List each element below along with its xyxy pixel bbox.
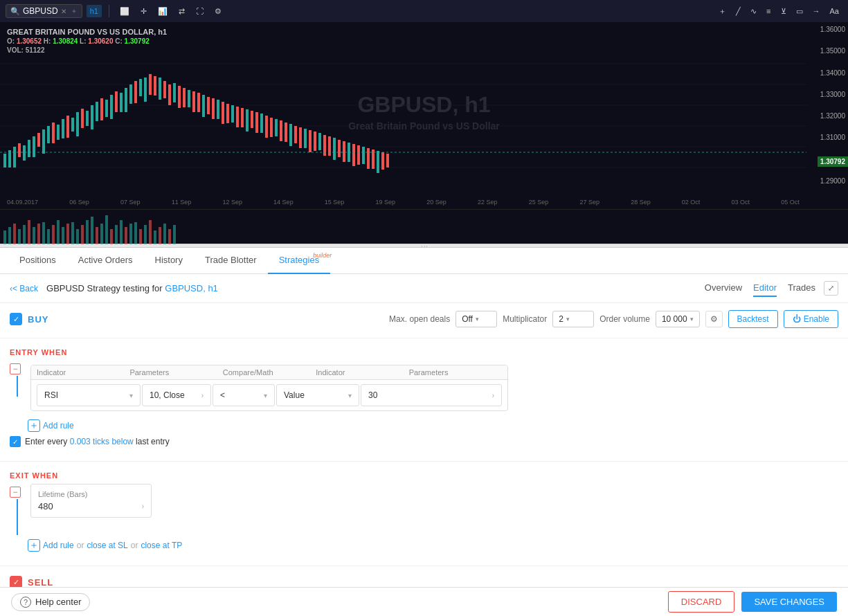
svg-rect-83 — [377, 151, 379, 173]
svg-rect-81 — [367, 148, 370, 169]
svg-rect-28 — [110, 95, 113, 119]
svg-rect-49 — [212, 98, 215, 119]
settings-gear-btn[interactable]: ⚙ — [211, 5, 225, 18]
svg-rect-96 — [47, 229, 50, 244]
svg-rect-73 — [328, 136, 331, 156]
svg-rect-67 — [299, 127, 302, 148]
tab-history[interactable]: History — [144, 248, 194, 274]
svg-rect-12 — [33, 136, 35, 157]
lifetime-value-row: 480 › — [38, 501, 144, 511]
timeframe-btn[interactable]: h1 — [87, 5, 102, 17]
fullscreen-btn[interactable]: ⛶ — [192, 5, 207, 17]
add-icon[interactable]: ＋ — [71, 6, 78, 16]
chart-area: GREAT BRITAIN POUND VS US DOLLAR, h1 O: … — [0, 22, 848, 209]
svg-rect-101 — [71, 222, 74, 244]
svg-rect-98 — [57, 220, 60, 244]
tab-strategies[interactable]: Strategies builder — [268, 248, 331, 274]
help-icon: ? — [20, 597, 31, 608]
svg-rect-100 — [66, 224, 69, 244]
tab-trades[interactable]: Trades — [788, 280, 815, 297]
order-volume-select[interactable]: 10 000 ▾ — [656, 311, 700, 327]
buy-indicator-table: Indicator Parameters Compare/Math Indica… — [30, 365, 508, 411]
svg-rect-63 — [280, 120, 282, 141]
backtest-button[interactable]: Backtest — [728, 310, 778, 328]
svg-rect-107 — [100, 224, 103, 244]
order-volume-label: Order volume — [599, 314, 650, 324]
arrow-tool-btn[interactable]: → — [809, 5, 824, 17]
close-at-tp-link[interactable]: close at TP — [141, 541, 182, 550]
multiplicator-select[interactable]: 2 ▾ — [552, 311, 594, 327]
tab-trade-blotter[interactable]: Trade Blotter — [194, 248, 268, 274]
svg-rect-65 — [289, 124, 292, 146]
search-box[interactable]: 🔍 GBPUSD ✕ ＋ — [6, 4, 82, 18]
crosshair-btn[interactable]: ✛ — [137, 5, 150, 18]
close-icon[interactable]: ✕ — [61, 8, 66, 15]
lifetime-box: Lifetime (Bars) 480 › — [30, 484, 152, 518]
svg-rect-118 — [154, 230, 156, 244]
buy-indicator-select[interactable]: RSI ▾ — [37, 384, 141, 406]
svg-rect-55 — [241, 108, 244, 127]
svg-rect-121 — [168, 229, 171, 244]
close-at-sl-link[interactable]: close at SL — [87, 541, 127, 550]
exit-rule-remove-btn[interactable]: − — [10, 487, 21, 498]
svg-rect-57 — [251, 111, 253, 128]
back-button[interactable]: ‹ < Back — [10, 284, 38, 293]
save-changes-button[interactable]: SAVE CHANGES — [741, 592, 837, 612]
max-deals-select[interactable]: Off ▾ — [455, 311, 497, 327]
buy-params-select[interactable]: 10, Close › — [142, 384, 211, 406]
compare-btn[interactable]: ⇄ — [175, 5, 188, 18]
svg-rect-42 — [178, 86, 181, 108]
buy-rule-row: RSI ▾ 10, Close › < ▾ Value ▾ — [31, 380, 507, 410]
buy-indicator2-select[interactable]: Value ▾ — [276, 384, 359, 406]
new-tab-btn[interactable]: ⬜ — [116, 5, 133, 18]
buy-params2-select[interactable]: 30 › — [361, 384, 502, 406]
svg-rect-56 — [246, 109, 249, 132]
tab-active-orders[interactable]: Active Orders — [67, 248, 144, 274]
exit-section: EXIT WHEN − Lifetime (Bars) 480 › ＋ Add … — [0, 464, 848, 563]
svg-rect-80 — [362, 147, 365, 164]
buy-rule-remove-btn[interactable]: − — [10, 363, 21, 374]
help-center-button[interactable]: ? Help center — [11, 593, 90, 611]
svg-rect-36 — [149, 74, 152, 95]
buy-compare-select[interactable]: < ▾ — [213, 384, 275, 406]
strategy-title: GBPUSD Strategy testing for GBPUSD, h1 — [46, 283, 705, 293]
svg-rect-47 — [202, 95, 205, 117]
plus-tool-btn[interactable]: ＋ — [715, 4, 730, 19]
svg-rect-53 — [231, 105, 234, 123]
max-open-deals-label: Max. open deals — [389, 314, 450, 324]
col-header-params1: Parameters — [129, 368, 222, 377]
tab-editor[interactable]: Editor — [753, 280, 777, 297]
params-arrow: › — [201, 392, 204, 399]
lifetime-expand-icon[interactable]: › — [142, 502, 144, 510]
rectangle-tool-btn[interactable]: ▭ — [793, 5, 806, 18]
svg-rect-7 — [8, 150, 11, 167]
expand-button[interactable]: ⤢ — [824, 281, 838, 296]
buy-checkbox[interactable]: ✓ — [10, 313, 22, 325]
settings-btn[interactable]: ⚙ — [705, 311, 723, 327]
wave-tool-btn[interactable]: ⊻ — [777, 5, 790, 18]
svg-rect-84 — [381, 152, 384, 170]
chart-type-btn[interactable]: 📊 — [154, 5, 171, 18]
buy-entry-label: ENTRY WHEN — [10, 348, 838, 356]
enable-button[interactable]: ⏻ Enable — [784, 310, 838, 328]
buy-add-rule-button[interactable]: ＋ Add rule — [28, 419, 74, 432]
horizontal-tool-btn[interactable]: ≡ — [763, 5, 774, 17]
tab-positions[interactable]: Positions — [8, 248, 67, 274]
svg-rect-14 — [42, 129, 45, 154]
svg-rect-75 — [338, 140, 341, 157]
exit-add-rule-button[interactable]: ＋ Add rule — [28, 539, 74, 552]
svg-rect-112 — [125, 227, 127, 244]
sell-checkbox[interactable]: ✓ — [10, 576, 22, 587]
svg-rect-76 — [343, 141, 345, 162]
svg-rect-21 — [76, 112, 79, 136]
svg-rect-62 — [275, 119, 278, 136]
tab-overview[interactable]: Overview — [705, 280, 742, 297]
polyline-tool-btn[interactable]: ∿ — [747, 5, 760, 18]
svg-rect-92 — [28, 220, 30, 244]
discard-button[interactable]: DISCARD — [668, 591, 735, 613]
strategy-editor: ‹ < Back GBPUSD Strategy testing for GBP… — [0, 274, 848, 587]
line-tool-btn[interactable]: ╱ — [732, 5, 744, 18]
text-tool-btn[interactable]: Aa — [827, 5, 842, 17]
enter-every-value[interactable]: 0.003 ticks below — [70, 437, 134, 446]
enter-every-checkbox[interactable]: ✓ — [10, 436, 21, 447]
